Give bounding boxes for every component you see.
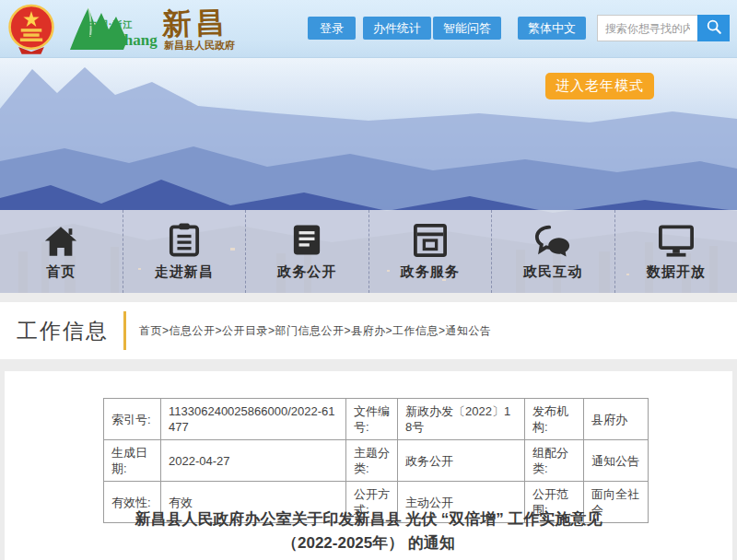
- meta-value-doc-number: 新政办发〔2022〕18号: [398, 399, 525, 440]
- page-title: 工作信息: [17, 317, 109, 345]
- document-meta-table: 索引号: 113306240025866000/2022-61477 文件编号:…: [103, 398, 649, 523]
- service-window-icon: [414, 223, 447, 257]
- clipboard-icon: [169, 223, 200, 257]
- article-content: 索引号: 113306240025866000/2022-61477 文件编号:…: [5, 371, 732, 560]
- meta-value-group-category: 通知公告: [584, 440, 649, 482]
- meta-value-topic-category: 政务公开: [398, 440, 525, 482]
- nav-item-gov-disclosure[interactable]: 政务公开: [246, 210, 369, 293]
- smart-qa-button[interactable]: 智能问答: [433, 17, 501, 40]
- search-input[interactable]: [597, 15, 697, 41]
- meta-label: 索引号:: [104, 399, 161, 440]
- meta-label: 发布机构:: [525, 399, 584, 440]
- title-divider: [123, 311, 126, 350]
- elder-mode-button[interactable]: 进入老年模式: [545, 73, 654, 99]
- document-title-line1: 新昌县人民政府办公室关于印发新昌县 光伏 “双倍增” 工作实施意见: [5, 508, 732, 531]
- nav-item-open-data[interactable]: 数据开放: [615, 210, 737, 293]
- table-row: 生成日期: 2022-04-27 主题分类: 政务公开 组配分类: 通知公告: [104, 440, 649, 482]
- top-header: 中国·浙江 XinChang 新昌 新昌县人民政府 登录 办件统计 智能问答 繁…: [0, 0, 737, 58]
- home-icon: [43, 223, 78, 257]
- table-row: 索引号: 113306240025866000/2022-61477 文件编号:…: [104, 399, 649, 440]
- meta-value-issuing-agency: 县府办: [584, 399, 649, 440]
- nav-label: 政民互动: [523, 263, 582, 281]
- nav-label: 首页: [46, 263, 76, 281]
- nav-label: 数据开放: [647, 263, 706, 281]
- section-title-band: 工作信息 首页>信息公开>公开目录>部门信息公开>县府办>工作信息>通知公告: [0, 302, 737, 359]
- meta-value-index-number: 113306240025866000/2022-61477: [161, 399, 346, 440]
- traditional-chinese-button[interactable]: 繁体中文: [518, 17, 586, 40]
- search-button[interactable]: [697, 15, 730, 41]
- meta-label: 文件编号:: [346, 399, 398, 440]
- main-navigation: 首页 走进新昌: [0, 210, 737, 293]
- nav-label: 政务公开: [277, 263, 336, 281]
- meta-value-date: 2022-04-27: [161, 440, 346, 482]
- case-statistics-button[interactable]: 办件统计: [363, 17, 431, 40]
- search-icon: [706, 18, 722, 38]
- chat-icon: [534, 223, 571, 257]
- monitor-icon: [659, 223, 694, 257]
- nav-item-interaction[interactable]: 政民互动: [492, 210, 615, 293]
- breadcrumb[interactable]: 首页>信息公开>公开目录>部门信息公开>县府办>工作信息>通知公告: [139, 323, 492, 339]
- search-box: [597, 15, 730, 41]
- nav-label: 政务服务: [401, 263, 460, 281]
- page: 中国·浙江 XinChang 新昌 新昌县人民政府 登录 办件统计 智能问答 繁…: [0, 0, 737, 560]
- site-name: 新昌县人民政府: [164, 39, 235, 52]
- meta-label: 生成日期:: [104, 440, 161, 482]
- meta-label: 组配分类:: [525, 440, 584, 482]
- document-title: 新昌县人民政府办公室关于印发新昌县 光伏 “双倍增” 工作实施意见 （2022-…: [5, 508, 732, 555]
- banner: 进入老年模式 首页: [0, 58, 737, 293]
- meta-label: 主题分类:: [346, 440, 398, 482]
- nav-item-about[interactable]: 走进新昌: [123, 210, 247, 293]
- document-title-line2: （2022-2025年） 的通知: [5, 531, 732, 555]
- nav-item-gov-services[interactable]: 政务服务: [369, 210, 493, 293]
- login-button[interactable]: 登录: [308, 17, 356, 40]
- nav-item-home[interactable]: 首页: [0, 210, 123, 293]
- document-icon: [292, 223, 322, 257]
- national-emblem-icon: [7, 4, 55, 59]
- nav-label: 走进新昌: [155, 263, 214, 281]
